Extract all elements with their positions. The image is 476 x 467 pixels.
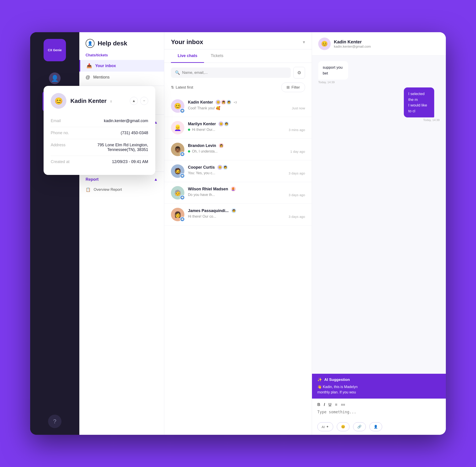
kadin-agents: 😊 👧 🧑 +3	[215, 99, 237, 105]
marilyn-avatar: 👱‍♀️	[171, 121, 184, 134]
wilson-time: 3 days ago	[289, 193, 305, 197]
phone-value: (731) 450-0348	[121, 131, 148, 135]
report-label: Report	[86, 177, 99, 182]
filter-button[interactable]: ⊞ Filter	[281, 82, 305, 92]
marilyn-preview: Hi there! Our...	[192, 128, 287, 132]
james-chat-info: James Passaquindi... 🧑 Hi there! Our co.…	[188, 208, 305, 219]
mentions-icon: @	[86, 75, 90, 80]
filter-label: Filter	[291, 85, 300, 90]
sort-label: Latest first	[176, 85, 193, 90]
card-avatar: 😊	[51, 93, 66, 109]
wilson-platform-badge: 💬	[180, 195, 185, 200]
chat-item-brandon[interactable]: 👨🏾 💬 Brandon Levin 👩 Oh, I understa... 1…	[164, 139, 312, 160]
marilyn-agent-2: 🧑	[224, 121, 229, 127]
underline-tool[interactable]: U	[328, 402, 331, 407]
cooper-chat-info: Cooper Curtis 😊 🧑 You: Yes, you c... 3 d…	[188, 164, 305, 175]
right-user-name: Kadin Kenter	[334, 39, 371, 44]
message-sent-1: I selected the mI would like to cl Today…	[404, 88, 439, 122]
sent-message-text: I selected the mI would like to cl	[408, 92, 427, 113]
brandon-preview: Oh, I understa...	[192, 149, 288, 154]
kadin-chat-info: Kadin Kenter 😊 👧 🧑 +3 Cool! Thank you! 🥰…	[188, 99, 305, 110]
card-field-email: Email kadin.kenter@gmail.com	[51, 115, 148, 127]
wilson-name: Wilson Rhiel Madsen	[188, 187, 228, 192]
card-expand-button[interactable]: ▲	[130, 97, 138, 105]
help-button[interactable]: ?	[48, 415, 62, 428]
link-button[interactable]: 🔗	[353, 422, 366, 431]
james-agent-1: 🧑	[231, 208, 237, 214]
chat-item-wilson[interactable]: 🧓 💬 Wilson Rhiel Madsen 👩‍🦰 Do you have …	[164, 182, 312, 204]
kadin-platform-badge: 💬	[180, 108, 185, 113]
search-icon: 🔍	[175, 70, 180, 75]
ai-compose-button[interactable]: AI ✦	[317, 422, 333, 431]
emoji-icon: 😊	[341, 425, 345, 429]
sort-button[interactable]: ⇅ Latest first	[171, 85, 193, 90]
right-user-info: Kadin Kenter kadin.kenter@gmail.com	[334, 39, 371, 48]
chat-item-marilyn[interactable]: 👱‍♀️ Marilyn Kenter 😊 🧑 Hi there! Our...…	[164, 117, 312, 139]
kadin-name: Kadin Kenter	[188, 100, 213, 105]
brandon-time: 1 day ago	[290, 150, 305, 154]
message-bubble-received-1: support you bet	[318, 61, 348, 80]
chat-item-james[interactable]: 👩 💬 James Passaquindi... 🧑 Hi there! Our…	[164, 204, 312, 225]
settings-icon: ⚙	[297, 70, 301, 75]
card-user-name: Kadin Kenter	[70, 98, 107, 104]
cooper-preview: You: Yes, you c...	[188, 171, 287, 175]
message-bubble-sent-1: I selected the mI would like to cl	[404, 88, 434, 117]
mention-button[interactable]: 👤	[369, 422, 382, 431]
chat-item-cooper[interactable]: 🧔 💬 Cooper Curtis 😊 🧑 You: Yes, you c...…	[164, 160, 312, 182]
list-tool[interactable]: ≡	[335, 402, 338, 407]
sidebar-header-icon: 👤	[86, 39, 95, 48]
brandon-online-dot	[188, 150, 190, 153]
wilson-preview: Do you have th...	[188, 193, 287, 197]
sort-filter-row: ⇅ Latest first ⊞ Filter	[164, 82, 312, 95]
emoji-button[interactable]: 😊	[337, 422, 350, 431]
sidebar-header: 👤 Help desk	[79, 39, 164, 53]
italic-tool[interactable]: I	[324, 402, 325, 407]
james-agents: 🧑	[231, 208, 237, 214]
marilyn-agent-1: 😊	[218, 121, 224, 127]
search-settings-button[interactable]: ⚙	[293, 67, 305, 78]
sidebar-item-overview-report[interactable]: 📋 Overview Report	[79, 184, 164, 195]
sidebar-item-mentions[interactable]: @ Mentions	[79, 72, 164, 83]
card-field-phone: Phone no. (731) 450-0348	[51, 127, 148, 139]
sidebar-item-inbox[interactable]: 📥 Your inbox	[79, 60, 164, 72]
james-time: 3 days ago	[289, 215, 305, 219]
nav-item-avatar[interactable]: 👤	[42, 70, 67, 86]
james-platform-badge: 💬	[180, 217, 185, 222]
created-value: 12/09/23 - 09:41 AM	[112, 159, 148, 164]
marilyn-agents: 😊 🧑	[218, 121, 229, 127]
ordered-list-tool[interactable]: ≡≡	[341, 403, 345, 407]
tab-tickets[interactable]: Tickets	[204, 50, 230, 63]
search-input[interactable]	[182, 70, 287, 75]
card-minimize-button[interactable]: −	[140, 97, 148, 105]
main-content: Your inbox ▾ Live chats Tickets 🔍 ⚙ ⇅ La…	[164, 32, 312, 435]
chat-item-kadin[interactable]: 😊 💬 Kadin Kenter 😊 👧 🧑 +3 Co	[164, 95, 312, 117]
right-user-avatar: 😊	[318, 38, 331, 50]
brandon-platform-badge: 💬	[180, 152, 185, 156]
brandon-avatar: 👨🏾 💬	[171, 143, 184, 156]
right-panel: 😊 Kadin Kenter kadin.kenter@gmail.com su…	[312, 32, 446, 435]
compose-input[interactable]	[317, 410, 440, 419]
ai-suggestion-header: ✨ AI Suggestion	[317, 377, 440, 382]
ai-suggestion-text: 👋 Kadin, this is Madelynmonthly plan. If…	[317, 384, 440, 395]
report-section-header[interactable]: Report ▲	[79, 174, 164, 184]
floating-contact-card: 😊 Kadin Kenter ♀ ▲ − Email kadin.kenter@…	[44, 86, 155, 175]
inbox-dropdown-icon[interactable]: ▾	[303, 39, 305, 45]
kadin-avatar: 😊 💬	[171, 99, 184, 113]
right-header: 😊 Kadin Kenter kadin.kenter@gmail.com	[312, 32, 446, 56]
cooper-agent-1: 😊	[217, 164, 223, 170]
agent-2-avatar: 👧	[221, 99, 226, 105]
created-label: Created at	[51, 159, 77, 164]
tab-live-chats[interactable]: Live chats	[171, 50, 204, 63]
message-received-1: support you bet Today, 14:39	[318, 61, 353, 84]
ai-star-icon: ✦	[326, 425, 329, 429]
mentions-label: Mentions	[93, 75, 110, 80]
nav-bottom: ?	[48, 415, 62, 428]
marilyn-online-dot	[188, 129, 190, 131]
agent-count: +3	[234, 101, 237, 104]
agent-1-avatar: 😊	[215, 99, 221, 105]
inbox-title: Your inbox	[171, 39, 203, 46]
brandon-agents: 👩	[218, 143, 224, 148]
filter-icon: ⊞	[287, 85, 290, 90]
bold-tool[interactable]: B	[317, 402, 320, 407]
chat-list: 😊 💬 Kadin Kenter 😊 👧 🧑 +3 Co	[164, 95, 312, 435]
